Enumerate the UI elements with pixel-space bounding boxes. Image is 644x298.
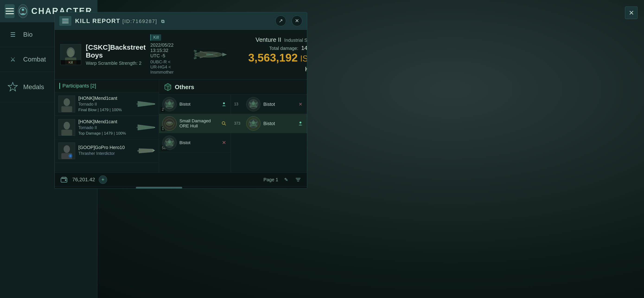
kill-badge: Kill — [60, 60, 81, 65]
person-icon[interactable] — [220, 101, 228, 108]
export-icon: ↗ — [279, 18, 283, 24]
svg-point-54 — [168, 141, 171, 143]
medals-icon — [7, 81, 18, 93]
cargo-item[interactable]: 1 Small Damaged ORE Hull — [159, 114, 231, 133]
svg-rect-23 — [136, 104, 138, 104]
total-damage-value: 1479 — [301, 45, 307, 51]
svg-point-5 — [68, 49, 74, 57]
svg-point-57 — [252, 102, 255, 105]
cargo-name-right-2: Bistot — [263, 121, 294, 126]
participant-ship-img-1 — [136, 97, 155, 111]
participant-name-3: [GOOP]GoPro Hero10 — [78, 145, 133, 150]
svg-rect-20 — [62, 106, 72, 112]
modal-title-id: [ID:7169287] — [122, 18, 157, 24]
svg-point-45 — [223, 102, 225, 104]
victim-avatar: Kill — [60, 44, 81, 65]
participant-name-2: [HONK]Mend1cant — [78, 119, 133, 124]
main-window-close-button[interactable]: ✕ — [625, 7, 638, 19]
modal-menu-line-2 — [62, 21, 68, 21]
footer-page: Page 1 — [264, 177, 278, 182]
svg-rect-13 — [194, 50, 197, 52]
svg-point-1 — [22, 9, 24, 11]
svg-rect-49 — [168, 122, 171, 123]
kill-time-section: Kill 2022/05/22 13:15:32 UTC -5 0UBC-R <… — [150, 34, 174, 75]
scrollbar-thumb[interactable] — [136, 187, 182, 188]
others-title: Others — [175, 84, 194, 91]
char-menu-button[interactable] — [5, 4, 14, 18]
close-icon-right-1[interactable]: ✕ — [297, 101, 304, 107]
modal-menu-line-1 — [62, 19, 68, 20]
cargo-qty-right-2: 373 — [234, 121, 244, 126]
participant-list: [HONK]Mend1cant Tornado II Final Blow | … — [55, 92, 159, 172]
modal-footer: 76,201.42 + Page 1 ✎ — [55, 172, 307, 187]
cargo-icon-1 — [162, 97, 177, 111]
kill-report-modal: KILL REPORT [ID:7169287] ⧉ ↗ ✕ — [54, 12, 307, 189]
cargo-item[interactable]: 2 Bistot — [159, 95, 231, 114]
participant-avatar-3: i — [58, 143, 75, 159]
cargo-item-right[interactable]: 373 Bistot — [231, 114, 307, 133]
footer-edit-button[interactable]: ✎ — [282, 175, 290, 184]
bio-icon: ☰ — [7, 29, 18, 40]
hamburger-line-3 — [6, 13, 14, 14]
wallet-icon — [59, 175, 68, 184]
total-damage-label: Total damage: — [269, 46, 298, 51]
participant-avatar-1 — [58, 96, 75, 112]
modal-scrollbar[interactable] — [55, 187, 307, 188]
footer-add-button[interactable]: + — [99, 175, 107, 184]
combat-icon: ⚔ — [7, 54, 18, 65]
kill-tag-text: Kill — [68, 61, 73, 64]
cargo-item[interactable]: 564 Bistot ✕ — [159, 133, 231, 152]
participants-panel: Participants [2] [HONK]Mend1cant Tornad — [55, 80, 159, 172]
modal-close-button[interactable]: ✕ — [292, 16, 302, 26]
svg-rect-14 — [194, 57, 197, 59]
others-header: Others — [159, 80, 307, 95]
participant-stats-1: Final Blow | 1479 | 100% — [78, 108, 133, 112]
cargo-item-right[interactable]: 13 Bistot ✕ — [231, 95, 307, 114]
modal-export-button[interactable]: ↗ — [276, 16, 286, 26]
footer-filter-button[interactable] — [294, 175, 302, 184]
sidebar-item-bio-label: Bio — [23, 31, 32, 38]
ship-type: Industrial Ship — [284, 38, 307, 43]
cargo-name-2: Small Damaged ORE Hull — [180, 118, 218, 129]
svg-marker-28 — [154, 127, 155, 128]
kill-info-header: Kill [CSKC]Backstreet Boys Warp Scramble… — [55, 30, 307, 80]
participant-ship-1: Tornado II — [78, 102, 133, 107]
main-close-icon: ✕ — [629, 9, 634, 17]
svg-point-44 — [168, 102, 171, 105]
cargo-list-left: 2 Bistot — [159, 95, 231, 172]
kill-type-tag-text: Kill — [153, 35, 159, 40]
others-panel: Others 2 Bis — [159, 80, 307, 172]
cargo-icon-3 — [162, 136, 177, 150]
modal-menu-button[interactable] — [59, 16, 72, 26]
cargo-qty-right-1: 13 — [234, 102, 244, 106]
add-icon: + — [101, 177, 104, 183]
search-icon[interactable] — [220, 120, 228, 127]
victim-name: [CSKC]Backstreet Boys — [86, 43, 146, 59]
kill-stats: Venture II Industrial Ship Total damage:… — [248, 36, 307, 73]
participant-info-3: [GOOP]GoPro Hero10 Thrasher Interdictor — [78, 145, 133, 157]
svg-text:i: i — [70, 155, 71, 157]
modal-titlebar: KILL REPORT [ID:7169287] ⧉ ↗ ✕ — [55, 12, 307, 30]
cargo-icon-right-1 — [246, 97, 260, 111]
modal-body: Participants [2] [HONK]Mend1cant Tornad — [55, 80, 307, 172]
close-icon[interactable]: ✕ — [220, 139, 228, 146]
cube-icon — [164, 83, 172, 91]
svg-point-64 — [65, 179, 66, 181]
modal-menu-line-3 — [62, 23, 68, 23]
ship-image — [180, 41, 236, 69]
svg-marker-22 — [154, 103, 155, 105]
participant-avatar-2 — [58, 119, 75, 136]
svg-rect-26 — [62, 130, 72, 136]
cargo-name-1: Bistot — [180, 102, 218, 107]
kill-time: 2022/05/22 13:15:32 UTC -5 — [150, 43, 174, 59]
victim-warp-scramble: Warp Scramble Strength: 2 — [86, 61, 146, 66]
person-icon-right[interactable] — [297, 120, 304, 127]
participants-title: Participants [2] — [59, 83, 154, 89]
modal-title: KILL REPORT [ID:7169287] ⧉ — [75, 18, 270, 25]
svg-marker-35 — [139, 149, 154, 153]
participants-header: Participants [2] — [55, 80, 159, 92]
participant-item[interactable]: [HONK]Mend1cant Tornado II Final Blow | … — [55, 92, 159, 116]
participant-item[interactable]: i [GOOP]GoPro Hero10 Thrasher Interdicto… — [55, 139, 159, 163]
participant-item[interactable]: [HONK]Mend1cant Tornado II Top Damage | … — [55, 116, 159, 139]
svg-rect-37 — [138, 150, 139, 152]
